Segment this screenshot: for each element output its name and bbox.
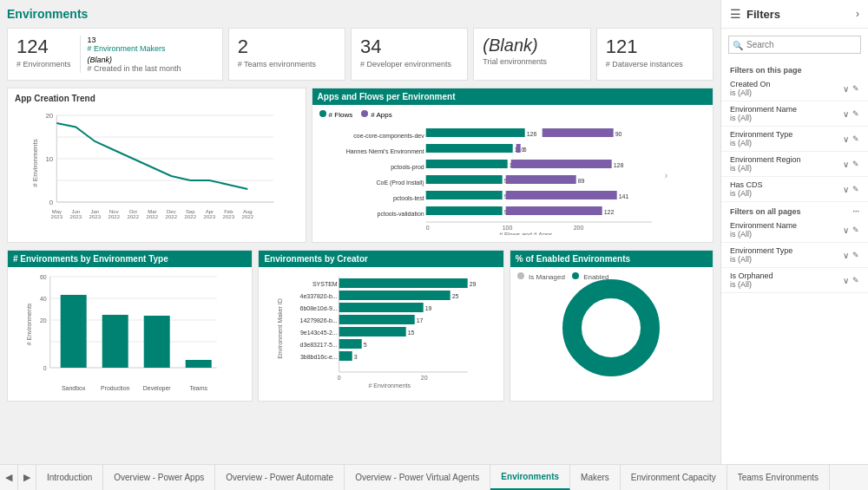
filter-edit-icon-7[interactable]: ✎: [852, 251, 859, 259]
filter-edit-icon-6[interactable]: ✎: [852, 225, 859, 234]
app-trend-chart: 20 10 0 May 2023 Jun 2023 Jan 2023 Nov 2…: [15, 107, 299, 219]
filter-edit-icon-8[interactable]: ✎: [852, 276, 859, 284]
filter-env-region-label: Environment Region: [730, 155, 801, 164]
svg-text:d3e83217-5...: d3e83217-5...: [300, 342, 338, 348]
env-creator-card: Environments by Creator Environment Make…: [258, 250, 503, 402]
env-type-chart: 60 40 20 0 Sandbox Production Developer: [15, 272, 245, 394]
kpi-card-trial: (Blank) Trial environments: [473, 28, 590, 81]
svg-rect-46: [425, 175, 502, 184]
svg-text:4e337820-b...: 4e337820-b...: [300, 293, 338, 299]
filter-all-env-type: Environment Type is (All) ∨ ✎: [721, 243, 868, 268]
filter-chevron-icon-2[interactable]: ∨: [843, 109, 849, 119]
svg-rect-80: [61, 295, 87, 368]
filter-edit-icon-3[interactable]: ✎: [852, 134, 859, 143]
filter-has-cds-label: Has CDS: [730, 180, 763, 189]
svg-rect-40: [425, 128, 524, 137]
filter-chevron-icon-8[interactable]: ∨: [843, 276, 849, 285]
svg-text:2023: 2023: [51, 214, 63, 219]
tab-overview-power-virtual-agents[interactable]: Overview - Power Virtual Agents: [345, 465, 490, 490]
svg-text:# Environments: # Environments: [31, 139, 39, 187]
filter-edit-icon-5[interactable]: ✎: [852, 185, 859, 193]
svg-text:2022: 2022: [166, 214, 178, 219]
filter-edit-icon-2[interactable]: ✎: [852, 109, 859, 118]
svg-text:20: 20: [45, 112, 53, 120]
svg-rect-97: [339, 278, 468, 288]
filter-all-env-type-sub: is (All): [730, 255, 792, 264]
svg-text:15: 15: [408, 330, 415, 336]
tab-environment-capacity[interactable]: Environment Capacity: [621, 465, 727, 490]
tab-teams-environments[interactable]: Teams Environments: [727, 465, 830, 490]
tab-overview-power-apps[interactable]: Overview - Power Apps: [103, 465, 215, 490]
svg-text:pctools-validation: pctools-validation: [377, 211, 424, 218]
page-filters-label: Filters on this page: [721, 61, 868, 76]
kpi-sub-makers-link[interactable]: # Environment Makers: [88, 44, 166, 53]
tab-introduction[interactable]: Introduction: [36, 465, 103, 490]
filter-edit-icon-4[interactable]: ✎: [852, 160, 859, 168]
svg-text:141: 141: [618, 193, 628, 199]
apps-flows-chart: coe-core-components-dev Hannes Niemi's E…: [319, 122, 706, 235]
filter-chevron-icon-7[interactable]: ∨: [843, 251, 849, 260]
svg-text:5: 5: [364, 342, 367, 348]
svg-rect-48: [425, 191, 502, 199]
filter-all-env-name-label: Environment Name: [730, 221, 797, 230]
svg-text:126: 126: [526, 131, 536, 137]
svg-text:2022: 2022: [128, 214, 140, 219]
svg-text:3: 3: [354, 354, 358, 360]
donut-chart: — 124 (100%): [559, 276, 663, 380]
svg-text:0: 0: [338, 375, 341, 381]
svg-text:6: 6: [523, 147, 526, 153]
filter-edit-icon-1[interactable]: ✎: [852, 84, 859, 93]
filter-arrow-icon[interactable]: ›: [856, 8, 859, 20]
tab-prev-button[interactable]: ◀: [0, 465, 18, 490]
kpi-label-teams: # Teams environments: [238, 60, 336, 69]
svg-text:0: 0: [49, 199, 54, 206]
kpi-label-trial: Trial environments: [483, 57, 581, 66]
svg-text:20: 20: [40, 317, 47, 323]
env-creator-title: Environments by Creator: [259, 251, 503, 267]
svg-rect-50: [425, 206, 502, 215]
search-icon: 🔍: [733, 40, 743, 49]
svg-rect-52: [542, 128, 613, 137]
svg-text:128: 128: [613, 162, 623, 168]
filter-chevron-icon-1[interactable]: ∨: [843, 84, 849, 94]
svg-text:2022: 2022: [108, 214, 121, 219]
search-input[interactable]: [728, 36, 861, 54]
svg-text:40: 40: [40, 296, 47, 302]
svg-rect-44: [425, 160, 507, 168]
filter-created-on: Created On is (All) ∨ ✎: [721, 76, 868, 101]
filter-chevron-icon-3[interactable]: ∨: [843, 134, 849, 144]
env-type-card: # Environments by Environment Type 60 40…: [7, 250, 253, 402]
filter-chevron-icon-6[interactable]: ∨: [843, 225, 849, 235]
kpi-sub-blank-label: # Created in the last month: [88, 64, 181, 73]
svg-text:25: 25: [452, 293, 459, 299]
filter-env-region: Environment Region is (All) ∨ ✎: [721, 152, 868, 177]
dashboard: Environments 124 # Environments 13# Envi…: [0, 0, 720, 464]
kpi-card-developer: 34 # Developer environments: [351, 28, 468, 81]
svg-rect-42: [425, 144, 512, 153]
svg-rect-54: [516, 144, 520, 153]
svg-rect-82: [102, 315, 128, 368]
filter-env-type-sub: is (All): [730, 139, 792, 147]
filter-lines-icon: ☰: [730, 7, 741, 21]
svg-text:200: 200: [573, 225, 583, 231]
svg-text:Developer: Developer: [143, 385, 172, 392]
tab-overview-power-automate[interactable]: Overview - Power Automate: [215, 465, 345, 490]
svg-rect-100: [339, 291, 450, 300]
tab-next-button[interactable]: ▶: [18, 465, 36, 490]
kpi-blank-trial: (Blank): [483, 36, 581, 56]
legend-flows: # Flows: [329, 111, 353, 119]
tab-environments[interactable]: Environments: [490, 465, 570, 490]
svg-text:29: 29: [470, 281, 477, 287]
svg-text:# Environments: # Environments: [369, 382, 411, 389]
filter-env-name-sub: is (All): [730, 114, 797, 122]
svg-text:# Environments: # Environments: [26, 303, 32, 345]
tab-makers[interactable]: Makers: [570, 465, 621, 490]
all-pages-menu-icon[interactable]: ···: [852, 207, 859, 216]
filter-chevron-icon-5[interactable]: ∨: [843, 185, 849, 194]
svg-rect-109: [339, 327, 406, 336]
svg-text:Environment Type: Environment Type: [109, 393, 158, 394]
svg-text:6b08e10d-9...: 6b08e10d-9...: [300, 305, 338, 311]
svg-text:pctools-test: pctools-test: [393, 195, 424, 202]
kpi-card-dataverse: 121 # Dataverse instances: [596, 28, 713, 81]
filter-chevron-icon-4[interactable]: ∨: [843, 160, 849, 169]
